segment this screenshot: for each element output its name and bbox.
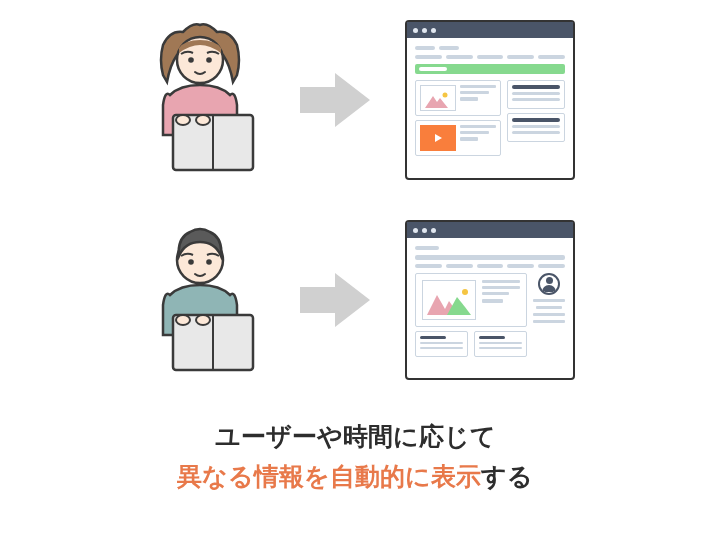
- svg-point-5: [196, 115, 210, 125]
- svg-point-10: [188, 259, 194, 265]
- browser-layout-b: [405, 220, 575, 380]
- caption-line2: 異なる情報を自動的に表示する: [0, 456, 710, 496]
- woman-illustration: [135, 20, 265, 180]
- svg-point-14: [196, 315, 210, 325]
- svg-point-2: [206, 57, 212, 63]
- diagram-row-man: [0, 200, 710, 400]
- diagram-row-woman: [0, 0, 710, 200]
- man-with-laptop: [135, 220, 265, 380]
- svg-point-13: [176, 315, 190, 325]
- woman-with-laptop: [135, 20, 265, 180]
- browser-titlebar: [407, 222, 573, 238]
- caption-text: ユーザーや時間に応じて 異なる情報を自動的に表示する: [0, 416, 710, 496]
- browser-layout-a: [405, 20, 575, 180]
- caption-line1: ユーザーや時間に応じて: [0, 416, 710, 456]
- browser-titlebar: [407, 22, 573, 38]
- man-illustration: [135, 220, 265, 380]
- svg-point-4: [176, 115, 190, 125]
- svg-point-18: [462, 289, 468, 295]
- svg-point-11: [206, 259, 212, 265]
- arrow-icon: [295, 65, 375, 135]
- svg-point-8: [443, 93, 448, 98]
- caption-rest: する: [481, 462, 533, 490]
- svg-marker-7: [425, 96, 448, 108]
- avatar-icon: [538, 273, 560, 295]
- arrow-icon: [295, 265, 375, 335]
- svg-point-1: [188, 57, 194, 63]
- caption-highlight: 異なる情報を自動的に表示: [177, 462, 481, 490]
